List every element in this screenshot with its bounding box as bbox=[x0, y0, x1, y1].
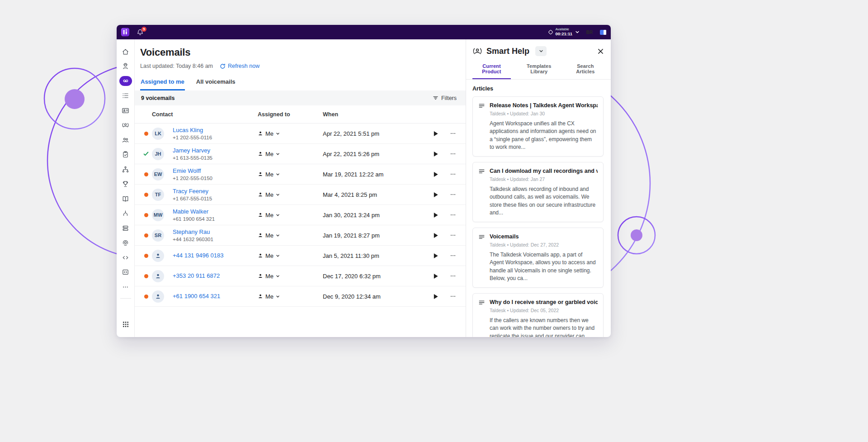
article-card[interactable]: Voicemails Taldesk • Updated: Dec 27, 20… bbox=[472, 228, 604, 288]
agent-status-selector[interactable]: Available 00:21:11 bbox=[549, 27, 580, 38]
play-voicemail-button[interactable] bbox=[428, 131, 444, 137]
contact-name-link[interactable]: Mable Walker bbox=[173, 208, 208, 215]
row-menu-button[interactable] bbox=[444, 232, 462, 239]
chevron-down-icon bbox=[276, 295, 280, 299]
article-card[interactable]: Can I download my call recordings and vo… bbox=[472, 162, 604, 222]
table-row[interactable]: TF Tracy Feeney +1 667-555-0115 Me bbox=[135, 185, 466, 205]
article-card[interactable]: Release Notes | Talkdesk Agent Workspa..… bbox=[472, 96, 604, 157]
topbar-right-group: Available 00:21:11 BR bbox=[549, 27, 607, 38]
article-card[interactable]: Why do I receive strange or garbled voic… bbox=[472, 293, 604, 337]
sidebar-item-automations[interactable] bbox=[117, 265, 135, 280]
tab-assigned-to-me[interactable]: Assigned to me bbox=[140, 78, 185, 90]
play-voicemail-button[interactable] bbox=[428, 273, 444, 279]
app-launcher-button[interactable] bbox=[117, 317, 135, 332]
sidebar-item-knowledge[interactable] bbox=[117, 191, 135, 206]
contact-card-icon bbox=[122, 107, 129, 114]
play-voicemail-button[interactable] bbox=[428, 294, 444, 299]
overflow-menu-icon bbox=[449, 130, 457, 137]
status-cell bbox=[140, 172, 152, 176]
talkdesk-logo[interactable] bbox=[121, 28, 130, 37]
table-row[interactable]: EW Emie Wolff +1 202-555-0150 Me bbox=[135, 164, 466, 185]
assigned-to-dropdown[interactable]: Me bbox=[258, 293, 280, 300]
table-row[interactable]: MW Mable Walker +61 1900 654 321 Me bbox=[135, 205, 466, 225]
tab-current-product[interactable]: Current Product bbox=[472, 61, 511, 79]
tab-search-articles[interactable]: Search Articles bbox=[567, 61, 604, 79]
sidebar-item-org[interactable] bbox=[117, 162, 135, 177]
play-icon bbox=[433, 212, 439, 218]
row-menu-button[interactable] bbox=[444, 211, 462, 219]
notifications-button[interactable]: 5 bbox=[137, 29, 144, 36]
panel-toggle-button[interactable] bbox=[599, 29, 607, 36]
table-row[interactable]: LK Lucas Kling +1 202-555-0116 Me bbox=[135, 124, 466, 144]
panel-toggle-icon bbox=[599, 29, 607, 36]
contact-name-link[interactable]: Lucas Kling bbox=[173, 127, 203, 134]
sidebar-item-contacts[interactable] bbox=[117, 103, 135, 118]
play-voicemail-button[interactable] bbox=[428, 171, 444, 177]
table-row[interactable]: SR Stephany Rau +44 1632 960301 Me bbox=[135, 225, 466, 246]
row-menu-button[interactable] bbox=[444, 272, 462, 280]
play-voicemail-button[interactable] bbox=[428, 151, 444, 157]
assigned-to-dropdown[interactable]: Me bbox=[258, 232, 280, 239]
sidebar-item-teams[interactable] bbox=[117, 133, 135, 147]
contact-name-link[interactable]: Jamey Harvey bbox=[173, 147, 210, 154]
play-voicemail-button[interactable] bbox=[428, 192, 444, 198]
row-menu-button[interactable] bbox=[444, 150, 462, 157]
row-menu-button[interactable] bbox=[444, 252, 462, 259]
tab-all-voicemails[interactable]: All voicemails bbox=[196, 78, 236, 90]
play-icon bbox=[433, 192, 439, 198]
table-row[interactable]: +353 20 911 6872 Me Dec 17, 2020 6:32 pm bbox=[135, 266, 466, 286]
notification-badge: 5 bbox=[142, 27, 146, 32]
sidebar-item-agent-assist[interactable] bbox=[117, 118, 135, 133]
sidebar-item-agents[interactable] bbox=[117, 59, 135, 74]
sidebar-item-voicemails[interactable] bbox=[117, 74, 135, 89]
assignee-person-icon bbox=[258, 233, 263, 238]
sidebar-item-tasks[interactable] bbox=[117, 147, 135, 162]
assigned-to-dropdown[interactable]: Me bbox=[258, 212, 280, 219]
queue-list-icon bbox=[122, 92, 129, 100]
smart-help-dropdown-button[interactable] bbox=[535, 46, 547, 56]
table-row[interactable]: +44 131 9496 0183 Me Jan 5, 2021 11:30 p… bbox=[135, 246, 466, 266]
assigned-to-dropdown[interactable]: Me bbox=[258, 171, 280, 178]
row-menu-button[interactable] bbox=[444, 191, 462, 198]
contact-name-link[interactable]: +44 131 9496 0183 bbox=[173, 252, 223, 259]
contact-name-link[interactable]: Stephany Rau bbox=[173, 228, 210, 236]
contact-name-link[interactable]: +61 1900 654 321 bbox=[173, 293, 220, 300]
row-menu-button[interactable] bbox=[444, 293, 462, 300]
contact-phone: +61 1900 654 321 bbox=[173, 216, 258, 222]
sidebar-item-data[interactable] bbox=[117, 221, 135, 236]
table-row[interactable]: JH Jamey Harvey +1 613-555-0135 Me bbox=[135, 144, 466, 164]
contact-phone: +1 613-555-0135 bbox=[173, 155, 258, 161]
row-menu-button[interactable] bbox=[444, 130, 462, 137]
sidebar-item-queues[interactable] bbox=[117, 89, 135, 104]
new-voicemail-dot bbox=[144, 193, 148, 197]
play-voicemail-button[interactable] bbox=[428, 233, 444, 238]
contact-name-link[interactable]: Emie Wolff bbox=[173, 167, 201, 175]
assigned-to-dropdown[interactable]: Me bbox=[258, 273, 280, 280]
article-excerpt: Agent Workspace unifies all the CX appli… bbox=[490, 120, 598, 151]
assigned-to-dropdown[interactable]: Me bbox=[258, 191, 280, 198]
tab-templates-library[interactable]: Templates Library bbox=[518, 61, 561, 79]
avatar-cell: EW bbox=[152, 168, 173, 181]
refresh-now-button[interactable]: Refresh now bbox=[220, 63, 259, 69]
assigned-to-dropdown[interactable]: Me bbox=[258, 151, 280, 157]
contact-name-link[interactable]: +353 20 911 6872 bbox=[173, 272, 220, 280]
play-voicemail-button[interactable] bbox=[428, 253, 444, 259]
sidebar-item-home[interactable] bbox=[117, 44, 135, 59]
sidebar-item-gamification[interactable] bbox=[117, 177, 135, 192]
sidebar-item-flows[interactable] bbox=[117, 206, 135, 221]
assignee-person-icon bbox=[258, 151, 263, 157]
chevron-down-icon bbox=[276, 152, 280, 156]
sidebar-item-developer[interactable] bbox=[117, 250, 135, 265]
filters-button[interactable]: Filters bbox=[433, 95, 457, 101]
assigned-to-dropdown[interactable]: Me bbox=[258, 252, 280, 259]
play-voicemail-button[interactable] bbox=[428, 212, 444, 218]
user-avatar[interactable]: BR bbox=[584, 27, 595, 38]
close-panel-button[interactable] bbox=[598, 48, 604, 54]
assigned-to-dropdown[interactable]: Me bbox=[258, 130, 280, 137]
table-row[interactable]: +61 1900 654 321 Me Dec 9, 2020 12:34 am bbox=[135, 286, 466, 307]
row-menu-button[interactable] bbox=[444, 171, 462, 178]
contact-name-link[interactable]: Tracy Feeney bbox=[173, 188, 208, 195]
sidebar-item-more[interactable] bbox=[117, 280, 135, 295]
status-timer: 00:21:11 bbox=[555, 32, 572, 37]
sidebar-item-channels[interactable] bbox=[117, 236, 135, 251]
